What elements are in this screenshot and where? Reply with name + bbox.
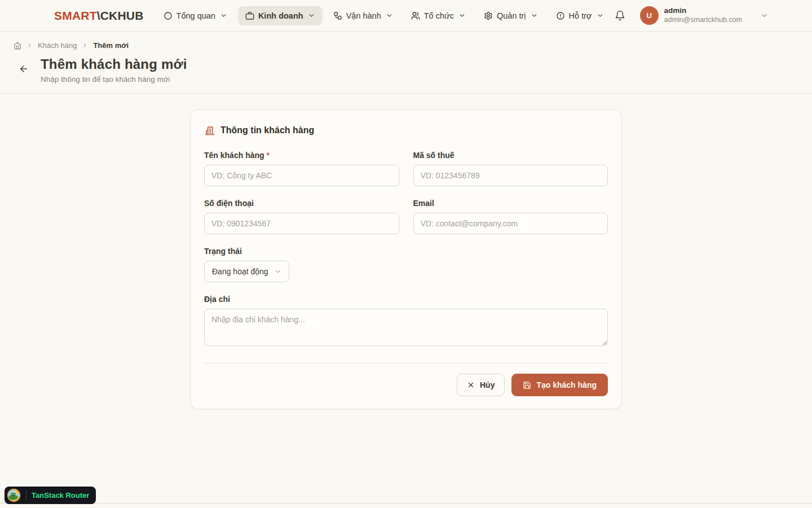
avatar: U: [640, 6, 659, 25]
status-select-value: Đang hoạt động: [212, 267, 268, 276]
nav-item-label: Quản trị: [497, 11, 526, 20]
address-textarea[interactable]: [204, 309, 608, 346]
arrow-left-icon: [19, 64, 29, 74]
circle-icon: [164, 11, 173, 20]
card-title: Thông tin khách hàng: [220, 125, 314, 135]
page-subtitle: Nhập thông tin để tạo khách hàng mới: [41, 75, 187, 84]
field-customer-name: Tên khách hàng *: [204, 151, 399, 186]
field-label: Địa chỉ: [204, 295, 230, 304]
field-address: Địa chỉ: [204, 295, 608, 348]
cancel-button-label: Hủy: [480, 380, 495, 389]
field-label: Tên khách hàng: [204, 151, 264, 160]
user-menu[interactable]: U admin admin@smartckhub.com: [637, 4, 772, 27]
logo-part-1: SMART: [54, 9, 97, 23]
breadcrumb-them-moi: Thêm mới: [93, 41, 129, 50]
chevron-down-icon: [458, 12, 466, 19]
nav-item-to-chuc[interactable]: Tổ chức: [404, 6, 473, 25]
field-label: Trạng thái: [204, 247, 242, 256]
chevron-down-icon: [308, 12, 315, 19]
footer-divider: [204, 363, 608, 364]
devtools-panel-edge: [0, 503, 812, 503]
chevron-down-icon: [597, 12, 604, 19]
tax-code-input[interactable]: [413, 165, 608, 186]
chevron-down-icon: [760, 11, 769, 20]
nav-item-tong-quan[interactable]: Tổng quan: [156, 6, 235, 25]
create-customer-button-label: Tạo khách hàng: [536, 380, 597, 389]
save-icon: [523, 381, 531, 389]
devtools-label: TanStack Router: [32, 491, 89, 500]
nav-item-kinh-doanh[interactable]: Kinh doanh: [238, 6, 323, 25]
user-name: admin: [664, 6, 742, 16]
chevron-right-icon: [27, 42, 33, 49]
user-email: admin@smartckhub.com: [664, 16, 742, 25]
field-phone: Số điện thoại: [204, 199, 399, 234]
customer-form-card: Thông tin khách hàng Tên khách hàng * Mã…: [190, 110, 622, 409]
create-customer-button[interactable]: Tạo khách hàng: [511, 374, 608, 396]
main-content: Thông tin khách hàng Tên khách hàng * Mã…: [0, 94, 812, 409]
phone-input[interactable]: [204, 213, 399, 234]
page-header: Khách hàng Thêm mới Thêm khách hàng mới …: [0, 32, 812, 94]
top-navbar: SMART\CKHUB Tổng quan Kinh doanh: [0, 0, 812, 32]
workflow-icon: [333, 11, 342, 20]
users-icon: [411, 11, 420, 20]
email-input[interactable]: [413, 213, 608, 234]
field-email: Email: [413, 199, 608, 234]
help-circle-icon: [556, 11, 565, 20]
breadcrumb-khach-hang[interactable]: Khách hàng: [38, 41, 77, 50]
nav-item-van-hanh[interactable]: Vận hành: [326, 6, 400, 25]
main-nav: Tổng quan Kinh doanh Vận hành: [156, 6, 611, 25]
gear-icon: [484, 11, 493, 20]
chevron-down-icon: [274, 268, 282, 275]
customer-name-input[interactable]: [204, 165, 399, 186]
briefcase-icon: [245, 11, 254, 20]
chevron-down-icon: [531, 12, 538, 19]
tanstack-logo-icon: [7, 488, 21, 502]
tanstack-devtools-badge[interactable]: TanStack Router: [5, 487, 96, 504]
field-tax-code: Mã số thuế: [413, 151, 608, 186]
building-icon: [204, 125, 215, 136]
devtools-separator: [26, 491, 27, 500]
cancel-button[interactable]: Hủy: [457, 374, 505, 396]
required-mark: *: [267, 151, 270, 160]
nav-item-label: Kinh doanh: [258, 11, 303, 20]
home-icon[interactable]: [14, 42, 21, 50]
nav-item-ho-tro[interactable]: Hỗ trợ: [549, 6, 611, 25]
x-icon: [467, 381, 475, 389]
app-logo[interactable]: SMART\CKHUB: [54, 9, 144, 23]
nav-item-label: Hỗ trợ: [569, 11, 592, 20]
back-button[interactable]: [14, 59, 34, 79]
nav-item-label: Tổ chức: [424, 11, 454, 20]
nav-item-quan-tri[interactable]: Quản trị: [476, 6, 545, 25]
bell-icon: [615, 10, 625, 21]
nav-item-label: Vận hành: [346, 11, 381, 20]
chevron-right-icon: [82, 42, 88, 49]
field-label: Số điện thoại: [204, 199, 254, 208]
field-label: Email: [413, 199, 434, 208]
nav-item-label: Tổng quan: [176, 11, 215, 20]
chevron-down-icon: [220, 12, 227, 19]
field-label: Mã số thuế: [413, 151, 454, 160]
chevron-down-icon: [386, 12, 393, 19]
page-title: Thêm khách hàng mới: [41, 56, 187, 72]
field-status: Trạng thái Đang hoạt động: [204, 247, 608, 282]
notifications-button[interactable]: [611, 7, 629, 24]
breadcrumb: Khách hàng Thêm mới: [14, 41, 798, 50]
logo-part-2: \CKHUB: [97, 9, 144, 23]
status-select[interactable]: Đang hoạt động: [204, 261, 289, 282]
